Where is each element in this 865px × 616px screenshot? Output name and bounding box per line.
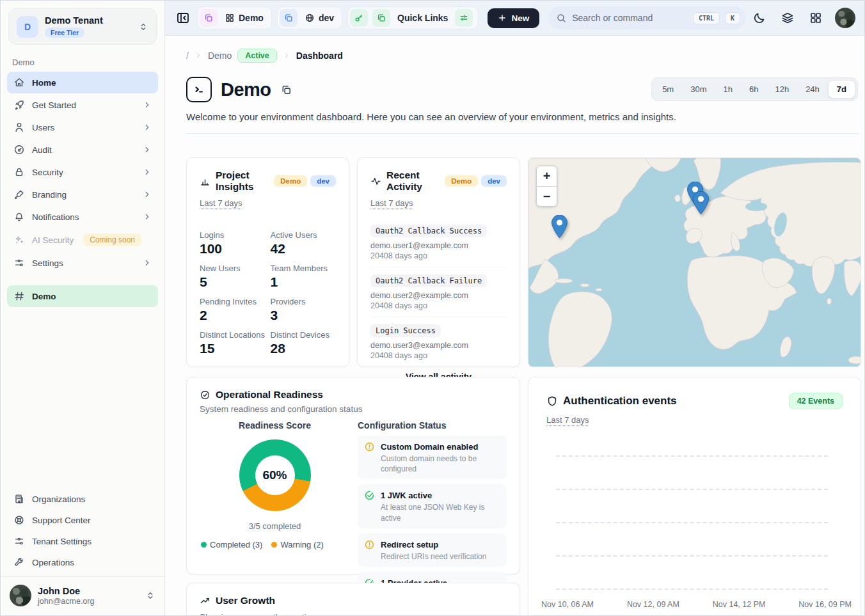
account-avatar[interactable] <box>835 8 855 28</box>
quick-links-menu[interactable]: Quick Links <box>395 13 450 23</box>
range-1h[interactable]: 1h <box>715 81 740 98</box>
locations-map[interactable]: + − <box>528 157 861 367</box>
page-title: Demo <box>221 79 271 100</box>
map-marker-us[interactable] <box>552 215 567 238</box>
project-menu[interactable]: Demo <box>222 13 266 23</box>
zoom-out-button[interactable]: − <box>537 186 557 206</box>
range-30m[interactable]: 30m <box>682 81 715 98</box>
sidebar-item-home[interactable]: Home <box>7 72 158 93</box>
sidebar-item-operations[interactable]: Operations <box>7 552 158 573</box>
new-button[interactable]: New <box>488 8 539 28</box>
period-label[interactable]: Last 7 days <box>546 415 589 425</box>
sidebar-item-environment-demo[interactable]: Demo <box>7 285 158 307</box>
sidebar-item-settings[interactable]: Settings <box>7 252 158 274</box>
sidebar-item-users[interactable]: Users <box>7 116 158 138</box>
user-menu[interactable]: John Doe john@acme.org <box>1 576 164 614</box>
sidebar-item-label: Support Center <box>32 516 91 525</box>
sidebar-item-tenant-settings[interactable]: Tenant Settings <box>7 531 158 551</box>
env-badge: dev <box>481 175 507 187</box>
x-tick: Nov 14, 12 PM <box>713 600 766 609</box>
sidebar-item-organizations[interactable]: Organizations <box>7 489 158 509</box>
user-avatar <box>10 585 31 606</box>
range-24h[interactable]: 24h <box>797 81 828 98</box>
trending-up-icon <box>200 596 210 606</box>
period-label[interactable]: Last 7 days <box>370 198 413 208</box>
card-title: Operational Readiness <box>216 389 323 400</box>
api-key-button[interactable] <box>350 9 368 27</box>
activity-item[interactable]: Login Success demo.user3@example.com 204… <box>370 317 507 367</box>
shield-icon <box>546 395 558 407</box>
alert-circle-icon <box>364 441 375 452</box>
sidebar-item-branding[interactable]: Branding <box>7 184 158 205</box>
card-title: User Growth <box>216 595 275 606</box>
user-name: John Doe <box>38 586 139 596</box>
zoom-in-button[interactable]: + <box>537 166 557 186</box>
environment-menu[interactable]: dev <box>302 13 337 23</box>
user-icon <box>13 122 25 133</box>
collapse-sidebar-button[interactable] <box>174 9 192 27</box>
breadcrumb: / Demo Active Dashboard <box>165 36 864 63</box>
card-title: Recent Activity <box>386 170 440 193</box>
stat-active-users: Active Users42 <box>271 230 337 257</box>
chevron-right-icon <box>143 168 152 177</box>
sidebar-item-notifications[interactable]: Notifications <box>7 206 158 228</box>
main-content: / Demo Active Dashboard Demo 5m 30m 1h 6… <box>165 36 864 615</box>
layers-icon[interactable] <box>779 9 797 27</box>
x-tick: Nov 10, 06 AM <box>541 600 594 609</box>
breadcrumb-root[interactable]: / <box>186 51 189 61</box>
stat-distinct-locations: Distinct Locations15 <box>200 330 266 356</box>
range-12h[interactable]: 12h <box>766 81 797 98</box>
event-user: demo.user3@example.com <box>370 341 507 350</box>
tenant-avatar: D <box>17 16 38 38</box>
divider <box>186 133 859 134</box>
bar-chart-icon <box>200 176 210 187</box>
sidebar-item-label: Home <box>32 78 56 88</box>
x-tick: Nov 12, 09 AM <box>627 600 679 609</box>
copy-key-button[interactable] <box>372 9 390 27</box>
range-6h[interactable]: 6h <box>741 81 766 98</box>
customize-quick-links-button[interactable] <box>455 9 473 27</box>
sliders-icon <box>13 535 25 547</box>
ctrl-key-badge: CTRL <box>693 12 720 24</box>
chevron-right-icon <box>143 212 152 221</box>
brush-icon <box>13 189 25 200</box>
event-name: Oauth2 Callback Success <box>370 225 487 237</box>
chevron-right-icon <box>143 123 152 132</box>
apps-grid-icon[interactable] <box>807 9 825 27</box>
range-5m[interactable]: 5m <box>654 81 682 98</box>
sidebar: D Demo Tenant Free Tier Demo Home Get St… <box>1 1 165 616</box>
project-badge: Demo <box>274 175 307 187</box>
quick-links-label: Quick Links <box>397 13 448 23</box>
copy-environment-id-button[interactable] <box>280 9 298 27</box>
search-input[interactable]: Search or command CTRL K <box>548 6 745 29</box>
activity-icon <box>370 176 381 187</box>
event-user: demo.user1@example.com <box>370 241 507 250</box>
chevron-right-icon <box>143 100 152 109</box>
sidebar-item-get-started[interactable]: Get Started <box>7 94 158 116</box>
legend-warning: Warning (2) <box>271 540 323 549</box>
check-item: Custom Domain enabledCustom domain needs… <box>358 436 507 479</box>
wrench-icon <box>13 557 25 568</box>
dark-mode-toggle[interactable] <box>750 9 768 27</box>
copy-project-id-button[interactable] <box>200 9 218 27</box>
sidebar-item-audit[interactable]: Audit <box>7 139 158 161</box>
activity-item[interactable]: Oauth2 Callback Success demo.user1@examp… <box>370 217 507 267</box>
breadcrumb-project[interactable]: Demo <box>208 51 232 61</box>
tenant-switcher[interactable]: D Demo Tenant Free Tier <box>8 8 157 45</box>
card-title: Project Insights <box>216 170 269 193</box>
range-7d[interactable]: 7d <box>828 80 855 99</box>
gridline <box>556 555 828 557</box>
donut-legend: Completed (3) Warning (2) <box>200 540 350 549</box>
event-time: 20408 days ago <box>370 351 507 360</box>
building-icon <box>13 493 25 505</box>
sidebar-item-support-center[interactable]: Support Center <box>7 510 158 530</box>
check-item: Redirect setupRedirect URIs need verific… <box>358 533 507 567</box>
stat-providers: Providers3 <box>271 297 337 323</box>
search-icon <box>556 13 567 24</box>
copy-icon[interactable] <box>280 84 292 96</box>
activity-item[interactable]: Oauth2 Callback Failure demo.user2@examp… <box>370 267 507 317</box>
period-label[interactable]: Last 7 days <box>200 198 242 208</box>
chevron-right-icon <box>143 190 152 199</box>
map-marker-uk-2[interactable] <box>693 191 709 214</box>
sidebar-item-security[interactable]: Security <box>7 161 158 183</box>
